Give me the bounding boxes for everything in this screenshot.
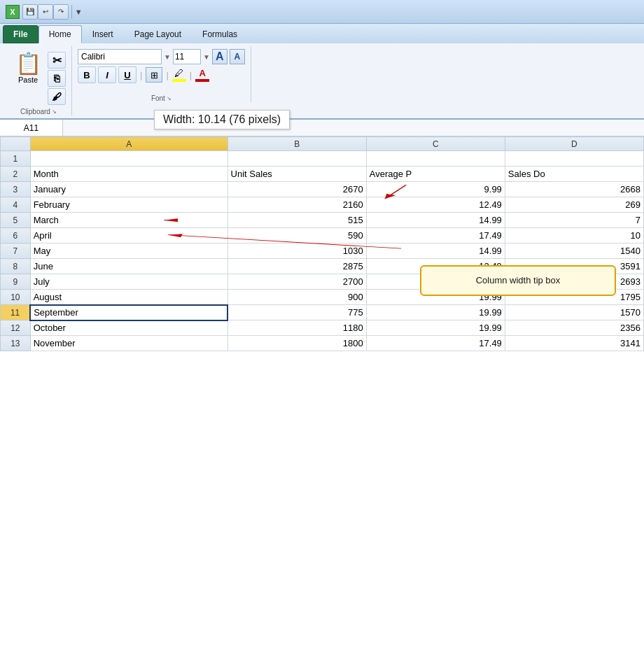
cell-12-a[interactable]: October	[30, 320, 227, 336]
cell-11-c[interactable]: 19.99	[366, 305, 505, 320]
row-header-4[interactable]: 4	[1, 197, 31, 213]
cell-4-b[interactable]: 2160	[227, 197, 366, 213]
tab-file[interactable]: File	[3, 25, 38, 43]
cell-2-d[interactable]: Sales Do	[505, 167, 643, 182]
col-header-a[interactable]: A	[30, 137, 227, 151]
cell-2-b[interactable]: Unit Sales	[227, 167, 366, 182]
col-header-c[interactable]: C	[366, 137, 505, 151]
cell-8-b[interactable]: 2875	[227, 259, 366, 274]
cell-7-b[interactable]: 1030	[227, 243, 366, 259]
cell-4-d[interactable]: 269	[505, 197, 643, 213]
cell-6-c[interactable]: 17.49	[366, 228, 505, 243]
row-header-6[interactable]: 6	[1, 228, 31, 243]
font-controls: ▼ ▼ A A B I U | ⊞ | 🖊 | A	[78, 46, 245, 92]
cell-6-b[interactable]: 590	[227, 228, 366, 243]
font-name-dropdown-icon[interactable]: ▼	[164, 53, 171, 61]
italic-button[interactable]: I	[98, 66, 116, 83]
cell-10-b[interactable]: 900	[227, 290, 366, 305]
cell-1-a[interactable]	[30, 151, 227, 167]
cell-2-c[interactable]: Average P	[366, 167, 505, 182]
cell-5-a[interactable]: March	[30, 213, 227, 228]
cell-1-c[interactable]	[366, 151, 505, 167]
cell-11-d[interactable]: 1570	[505, 305, 643, 320]
cell-11-a[interactable]: September	[30, 305, 227, 320]
save-button[interactable]: 💾	[22, 4, 38, 20]
bold-button[interactable]: B	[78, 66, 96, 83]
cell-3-d[interactable]: 2668	[505, 182, 643, 197]
cell-6-d[interactable]: 10	[505, 228, 643, 243]
row-header-11[interactable]: 11	[1, 305, 31, 320]
cell-7-d[interactable]: 1540	[505, 243, 643, 259]
row-header-2[interactable]: 2	[1, 167, 31, 182]
cell-5-b[interactable]: 515	[227, 213, 366, 228]
font-size-increase-button[interactable]: A	[212, 49, 227, 64]
highlight-color-button[interactable]: 🖊	[172, 68, 186, 82]
cut-button[interactable]: ✂	[48, 52, 66, 69]
paste-icon: 📋	[15, 50, 41, 76]
cell-12-d[interactable]: 2356	[505, 320, 643, 336]
font-expand-icon[interactable]: ↘	[167, 95, 172, 101]
font-color-button[interactable]: A	[195, 68, 209, 82]
font-size-dropdown-icon[interactable]: ▼	[203, 53, 210, 61]
redo-button[interactable]: ↷	[53, 4, 69, 20]
row-header-8[interactable]: 8	[1, 259, 31, 274]
table-row: 4February216012.49269	[1, 197, 644, 213]
cell-7-a[interactable]: May	[30, 243, 227, 259]
clipboard-content: 📋 Paste ✂ ⎘ 🖌	[11, 46, 66, 105]
row-header-9[interactable]: 9	[1, 274, 31, 290]
format-painter-button[interactable]: 🖌	[48, 88, 66, 105]
cell-2-a[interactable]: Month	[30, 167, 227, 182]
cell-1-d[interactable]	[505, 151, 643, 167]
underline-button[interactable]: U	[118, 66, 136, 83]
font-name-input[interactable]	[78, 49, 162, 64]
cell-3-a[interactable]: January	[30, 182, 227, 197]
cell-13-b[interactable]: 1800	[227, 336, 366, 351]
cell-10-a[interactable]: August	[30, 290, 227, 305]
cell-3-b[interactable]: 2670	[227, 182, 366, 197]
quick-access-label: ▼	[75, 8, 83, 16]
borders-button[interactable]: ⊞	[146, 67, 162, 83]
cell-4-a[interactable]: February	[30, 197, 227, 213]
tab-formulas[interactable]: Formulas	[192, 25, 248, 43]
cell-12-c[interactable]: 19.99	[366, 320, 505, 336]
cell-9-b[interactable]: 2700	[227, 274, 366, 290]
col-header-d[interactable]: D	[505, 137, 643, 151]
tab-page-layout[interactable]: Page Layout	[124, 25, 192, 43]
cell-9-a[interactable]: July	[30, 274, 227, 290]
cell-12-b[interactable]: 1180	[227, 320, 366, 336]
spreadsheet-table: A B C D 12MonthUnit SalesAverage PSales …	[0, 136, 644, 351]
row-header-7[interactable]: 7	[1, 243, 31, 259]
col-header-b[interactable]: B	[227, 137, 366, 151]
row-header-3[interactable]: 3	[1, 182, 31, 197]
font-size-input[interactable]	[173, 49, 201, 64]
copy-button[interactable]: ⎘	[48, 70, 66, 87]
undo-button[interactable]: ↩	[38, 4, 53, 20]
cell-11-b[interactable]: 775	[227, 305, 366, 320]
cell-5-d[interactable]: 7	[505, 213, 643, 228]
row-header-5[interactable]: 5	[1, 213, 31, 228]
row-header-13[interactable]: 13	[1, 336, 31, 351]
cell-4-c[interactable]: 12.49	[366, 197, 505, 213]
clipboard-expand-icon[interactable]: ↘	[52, 108, 57, 115]
font-size-decrease-button[interactable]: A	[230, 49, 245, 64]
spreadsheet-body: 12MonthUnit SalesAverage PSales Do3Janua…	[1, 151, 644, 351]
row-header-10[interactable]: 10	[1, 290, 31, 305]
tab-home[interactable]: Home	[38, 25, 82, 43]
cell-13-d[interactable]: 3141	[505, 336, 643, 351]
cell-reference-box[interactable]: A11	[0, 120, 63, 136]
cell-8-a[interactable]: June	[30, 259, 227, 274]
cell-5-c[interactable]: 14.99	[366, 213, 505, 228]
row-header-12[interactable]: 12	[1, 320, 31, 336]
cell-3-c[interactable]: 9.99	[366, 182, 505, 197]
paste-label: Paste	[18, 76, 38, 84]
paste-button[interactable]: 📋 Paste	[11, 49, 45, 85]
cell-13-c[interactable]: 17.49	[366, 336, 505, 351]
row-header-1[interactable]: 1	[1, 151, 31, 167]
tab-insert[interactable]: Insert	[82, 25, 124, 43]
clipboard-label: Clipboard ↘	[20, 105, 57, 115]
cell-6-a[interactable]: April	[30, 228, 227, 243]
cell-13-a[interactable]: November	[30, 336, 227, 351]
cell-7-c[interactable]: 14.99	[366, 243, 505, 259]
cell-1-b[interactable]	[227, 151, 366, 167]
font-label: Font ↘	[151, 92, 172, 102]
